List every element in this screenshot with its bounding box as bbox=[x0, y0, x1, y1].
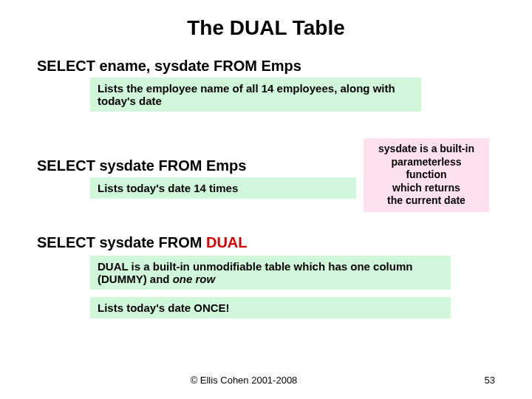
note-line: the current date bbox=[387, 194, 466, 206]
query-3-desc-b: Lists today's date ONCE! bbox=[90, 297, 451, 318]
note-line: sysdate is a built-in bbox=[378, 143, 474, 154]
query-3-desc-a: DUAL is a built-in unmodifiable table wh… bbox=[90, 256, 451, 290]
query-2-row: SELECT sysdate FROM Emps Lists today's d… bbox=[37, 138, 495, 212]
footer: © Ellis Cohen 2001-2008 53 bbox=[37, 375, 495, 386]
query-3-prefix: SELECT sysdate FROM bbox=[37, 234, 206, 250]
query-1-desc: Lists the employee name of all 14 employ… bbox=[90, 78, 421, 112]
note-line: function bbox=[406, 168, 446, 180]
desc-a-em: one row bbox=[173, 273, 216, 285]
copyright: © Ellis Cohen 2001-2008 bbox=[37, 375, 451, 386]
query-2-desc: Lists today's date 14 times bbox=[90, 177, 356, 199]
query-1-sql: SELECT ename, sysdate FROM Emps bbox=[37, 58, 495, 75]
desc-a-text: DUAL is a built-in unmodifiable table wh… bbox=[98, 260, 412, 285]
page-number: 53 bbox=[451, 375, 495, 386]
page-title: The DUAL Table bbox=[37, 16, 495, 40]
note-line: which returns bbox=[392, 182, 460, 194]
query-3-dual: DUAL bbox=[206, 234, 248, 250]
query-3-sql: SELECT sysdate FROM DUAL bbox=[37, 234, 495, 251]
note-line: parameterless bbox=[392, 156, 462, 168]
sysdate-note: sysdate is a built-in parameterless func… bbox=[364, 138, 489, 212]
query-2-sql: SELECT sysdate FROM Emps bbox=[37, 157, 364, 174]
